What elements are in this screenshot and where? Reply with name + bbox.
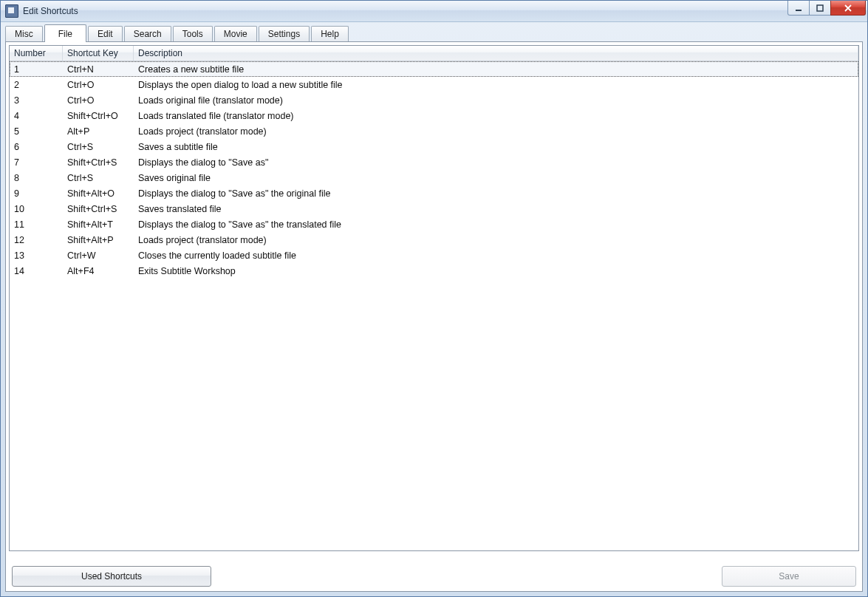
cell-number: 3 [10, 95, 63, 106]
window-title: Edit Shortcuts [23, 6, 78, 16]
cell-description: Displays the open dialog to load a new s… [134, 80, 858, 90]
tab-misc[interactable]: Misc [5, 26, 43, 41]
cell-description: Displays the dialog to "Save as" [134, 157, 858, 168]
cell-number: 1 [10, 64, 63, 75]
cell-shortcut: Ctrl+O [63, 80, 134, 90]
cell-description: Creates a new subtitle file [134, 64, 858, 75]
tab-panel: Number Shortcut Key Description 1 Ctrl+N… [5, 41, 863, 592]
cell-shortcut: Shift+Alt+T [63, 219, 134, 230]
cell-shortcut: Ctrl+O [63, 95, 134, 106]
cell-number: 14 [10, 266, 63, 276]
cell-number: 11 [10, 219, 63, 230]
cell-shortcut: Ctrl+N [63, 64, 134, 75]
cell-description: Closes the currently loaded subtitle fil… [134, 250, 858, 261]
cell-number: 8 [10, 173, 63, 183]
cell-description: Saves translated file [134, 204, 858, 214]
app-icon [5, 4, 18, 18]
cell-description: Displays the dialog to "Save as" the ori… [134, 188, 858, 199]
cell-shortcut: Alt+F4 [63, 266, 134, 276]
cell-description: Displays the dialog to "Save as" the tra… [134, 219, 858, 230]
table-row[interactable]: 4 Shift+Ctrl+O Loads translated file (tr… [10, 108, 858, 123]
tab-file[interactable]: File [44, 24, 86, 42]
cell-number: 2 [10, 80, 63, 90]
svg-rect-0 [796, 10, 802, 11]
cell-number: 9 [10, 188, 63, 199]
cell-shortcut: Shift+Alt+O [63, 188, 134, 199]
svg-rect-1 [817, 5, 823, 11]
cell-number: 6 [10, 142, 63, 152]
table-body[interactable]: 1 Ctrl+N Creates a new subtitle file 2 C… [10, 61, 858, 550]
cell-description: Exits Subtitle Workshop [134, 266, 858, 276]
cell-description: Loads original file (translator mode) [134, 95, 858, 106]
client-area: Misc File Edit Search Tools Movie Settin… [5, 22, 863, 592]
cell-shortcut: Shift+Ctrl+S [63, 204, 134, 214]
tab-movie[interactable]: Movie [214, 26, 257, 41]
window: Edit Shortcuts Misc File Edit Search Too… [0, 0, 868, 597]
tab-search[interactable]: Search [124, 26, 171, 41]
table-row[interactable]: 8 Ctrl+S Saves original file [10, 170, 858, 185]
cell-description: Saves a subtitle file [134, 142, 858, 152]
table-row[interactable]: 10 Shift+Ctrl+S Saves translated file [10, 201, 858, 216]
cell-shortcut: Ctrl+S [63, 142, 134, 152]
tab-tools[interactable]: Tools [173, 26, 213, 41]
shortcuts-table: Number Shortcut Key Description 1 Ctrl+N… [9, 45, 859, 551]
cell-shortcut: Ctrl+W [63, 250, 134, 261]
table-row[interactable]: 11 Shift+Alt+T Displays the dialog to "S… [10, 216, 858, 232]
table-header: Number Shortcut Key Description [10, 46, 858, 61]
table-row[interactable]: 5 Alt+P Loads project (translator mode) [10, 123, 858, 139]
cell-number: 12 [10, 235, 63, 245]
table-row[interactable]: 6 Ctrl+S Saves a subtitle file [10, 139, 858, 154]
cell-shortcut: Shift+Ctrl+O [63, 111, 134, 121]
titlebar[interactable]: Edit Shortcuts [1, 1, 867, 22]
cell-description: Loads project (translator mode) [134, 126, 858, 137]
tab-settings[interactable]: Settings [259, 26, 310, 41]
table-row[interactable]: 9 Shift+Alt+O Displays the dialog to "Sa… [10, 185, 858, 201]
close-button[interactable] [830, 1, 866, 16]
window-controls [788, 1, 867, 16]
table-row[interactable]: 14 Alt+F4 Exits Subtitle Workshop [10, 263, 858, 279]
col-header-number[interactable]: Number [10, 46, 63, 61]
tab-help[interactable]: Help [311, 26, 349, 41]
cell-number: 13 [10, 250, 63, 261]
table-row[interactable]: 1 Ctrl+N Creates a new subtitle file [10, 61, 858, 77]
tab-edit[interactable]: Edit [88, 26, 123, 41]
cell-number: 7 [10, 157, 63, 168]
used-shortcuts-button[interactable]: Used Shortcuts [12, 566, 211, 587]
tabstrip: Misc File Edit Search Tools Movie Settin… [5, 24, 863, 41]
cell-description: Loads project (translator mode) [134, 235, 858, 245]
footer: Used Shortcuts Save [9, 551, 859, 588]
cell-number: 5 [10, 126, 63, 137]
maximize-button[interactable] [809, 1, 831, 16]
cell-shortcut: Shift+Ctrl+S [63, 157, 134, 168]
table-row[interactable]: 13 Ctrl+W Closes the currently loaded su… [10, 248, 858, 263]
table-row[interactable]: 7 Shift+Ctrl+S Displays the dialog to "S… [10, 154, 858, 170]
cell-description: Saves original file [134, 173, 858, 183]
table-row[interactable]: 3 Ctrl+O Loads original file (translator… [10, 92, 858, 108]
cell-number: 4 [10, 111, 63, 121]
minimize-button[interactable] [787, 1, 810, 16]
cell-description: Loads translated file (translator mode) [134, 111, 858, 121]
cell-number: 10 [10, 204, 63, 214]
cell-shortcut: Shift+Alt+P [63, 235, 134, 245]
col-header-shortcut[interactable]: Shortcut Key [63, 46, 134, 61]
table-row[interactable]: 2 Ctrl+O Displays the open dialog to loa… [10, 77, 858, 92]
table-row[interactable]: 12 Shift+Alt+P Loads project (translator… [10, 232, 858, 248]
save-button[interactable]: Save [722, 566, 856, 587]
cell-shortcut: Ctrl+S [63, 173, 134, 183]
col-header-description[interactable]: Description [134, 46, 858, 61]
cell-shortcut: Alt+P [63, 126, 134, 137]
